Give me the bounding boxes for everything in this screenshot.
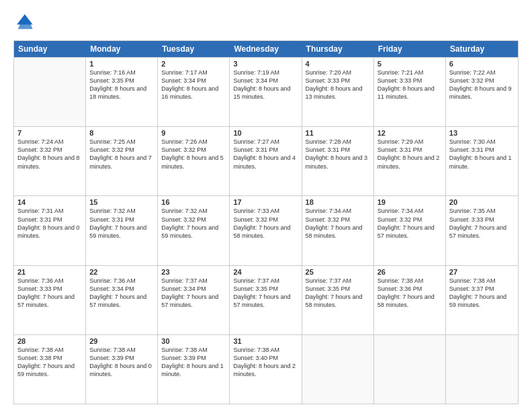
calendar-cell: 5Sunrise: 7:21 AM Sunset: 3:33 PM Daylig… bbox=[374, 58, 446, 126]
day-number: 19 bbox=[378, 198, 442, 206]
calendar: SundayMondayTuesdayWednesdayThursdayFrid… bbox=[13, 40, 519, 404]
calendar-cell bbox=[302, 335, 374, 404]
calendar-cell: 23Sunrise: 7:37 AM Sunset: 3:34 PM Dayli… bbox=[158, 266, 230, 334]
calendar-row-1: 7Sunrise: 7:24 AM Sunset: 3:32 PM Daylig… bbox=[14, 126, 518, 195]
day-info: Sunrise: 7:32 AM Sunset: 3:31 PM Dayligh… bbox=[89, 207, 154, 240]
day-number: 4 bbox=[306, 60, 370, 68]
calendar-cell: 18Sunrise: 7:34 AM Sunset: 3:32 PM Dayli… bbox=[302, 196, 374, 265]
day-number: 2 bbox=[161, 60, 226, 68]
day-number: 13 bbox=[449, 129, 515, 137]
day-number: 25 bbox=[306, 268, 370, 276]
day-number: 27 bbox=[449, 268, 515, 276]
calendar-cell: 3Sunrise: 7:19 AM Sunset: 3:34 PM Daylig… bbox=[230, 58, 302, 126]
day-number: 20 bbox=[449, 198, 515, 206]
day-info: Sunrise: 7:36 AM Sunset: 3:34 PM Dayligh… bbox=[89, 277, 154, 310]
header-day-monday: Monday bbox=[86, 41, 158, 57]
day-number: 10 bbox=[233, 129, 298, 137]
header bbox=[13, 12, 519, 34]
day-info: Sunrise: 7:38 AM Sunset: 3:37 PM Dayligh… bbox=[449, 277, 515, 310]
day-info: Sunrise: 7:29 AM Sunset: 3:31 PM Dayligh… bbox=[378, 138, 442, 171]
day-number: 16 bbox=[161, 198, 226, 206]
day-number: 15 bbox=[89, 198, 154, 206]
day-info: Sunrise: 7:33 AM Sunset: 3:32 PM Dayligh… bbox=[233, 207, 298, 240]
header-day-friday: Friday bbox=[374, 41, 446, 57]
day-info: Sunrise: 7:24 AM Sunset: 3:32 PM Dayligh… bbox=[17, 138, 82, 171]
day-info: Sunrise: 7:31 AM Sunset: 3:31 PM Dayligh… bbox=[17, 207, 82, 240]
day-number: 5 bbox=[378, 60, 442, 68]
calendar-cell: 8Sunrise: 7:25 AM Sunset: 3:32 PM Daylig… bbox=[86, 127, 158, 195]
calendar-row-4: 28Sunrise: 7:38 AM Sunset: 3:38 PM Dayli… bbox=[14, 334, 518, 404]
header-day-sunday: Sunday bbox=[14, 41, 86, 57]
day-number: 6 bbox=[449, 60, 515, 68]
calendar-body: 1Sunrise: 7:16 AM Sunset: 3:35 PM Daylig… bbox=[14, 57, 518, 404]
calendar-cell: 14Sunrise: 7:31 AM Sunset: 3:31 PM Dayli… bbox=[14, 196, 86, 265]
day-number: 22 bbox=[89, 268, 154, 276]
day-number: 14 bbox=[17, 198, 82, 206]
day-info: Sunrise: 7:34 AM Sunset: 3:32 PM Dayligh… bbox=[306, 207, 370, 240]
day-number: 17 bbox=[233, 198, 298, 206]
calendar-cell: 29Sunrise: 7:38 AM Sunset: 3:39 PM Dayli… bbox=[86, 335, 158, 404]
day-info: Sunrise: 7:27 AM Sunset: 3:31 PM Dayligh… bbox=[233, 138, 298, 171]
calendar-cell: 21Sunrise: 7:36 AM Sunset: 3:33 PM Dayli… bbox=[14, 266, 86, 334]
calendar-cell: 10Sunrise: 7:27 AM Sunset: 3:31 PM Dayli… bbox=[230, 127, 302, 195]
day-info: Sunrise: 7:34 AM Sunset: 3:32 PM Dayligh… bbox=[378, 207, 442, 240]
day-info: Sunrise: 7:37 AM Sunset: 3:35 PM Dayligh… bbox=[306, 277, 370, 310]
day-number: 12 bbox=[378, 129, 442, 137]
day-info: Sunrise: 7:21 AM Sunset: 3:33 PM Dayligh… bbox=[378, 68, 442, 101]
calendar-row-2: 14Sunrise: 7:31 AM Sunset: 3:31 PM Dayli… bbox=[14, 195, 518, 265]
day-number: 18 bbox=[306, 198, 370, 206]
day-info: Sunrise: 7:20 AM Sunset: 3:33 PM Dayligh… bbox=[306, 68, 370, 101]
calendar-cell: 16Sunrise: 7:32 AM Sunset: 3:32 PM Dayli… bbox=[158, 196, 230, 265]
day-info: Sunrise: 7:17 AM Sunset: 3:34 PM Dayligh… bbox=[161, 68, 226, 101]
day-number: 28 bbox=[17, 337, 82, 345]
logo-icon bbox=[13, 12, 35, 34]
day-number: 3 bbox=[233, 60, 298, 68]
header-day-thursday: Thursday bbox=[302, 41, 374, 57]
calendar-cell: 27Sunrise: 7:38 AM Sunset: 3:37 PM Dayli… bbox=[446, 266, 518, 334]
calendar-cell: 28Sunrise: 7:38 AM Sunset: 3:38 PM Dayli… bbox=[14, 335, 86, 404]
day-number: 11 bbox=[306, 129, 370, 137]
day-info: Sunrise: 7:38 AM Sunset: 3:39 PM Dayligh… bbox=[89, 346, 154, 379]
calendar-cell bbox=[446, 335, 518, 404]
day-info: Sunrise: 7:25 AM Sunset: 3:32 PM Dayligh… bbox=[89, 138, 154, 171]
day-number: 23 bbox=[161, 268, 226, 276]
day-info: Sunrise: 7:28 AM Sunset: 3:31 PM Dayligh… bbox=[306, 138, 370, 171]
calendar-header: SundayMondayTuesdayWednesdayThursdayFrid… bbox=[14, 41, 518, 57]
day-number: 31 bbox=[233, 337, 298, 345]
day-info: Sunrise: 7:38 AM Sunset: 3:40 PM Dayligh… bbox=[233, 346, 298, 379]
header-day-tuesday: Tuesday bbox=[158, 41, 230, 57]
header-day-wednesday: Wednesday bbox=[230, 41, 302, 57]
logo bbox=[13, 12, 38, 34]
calendar-cell: 26Sunrise: 7:38 AM Sunset: 3:36 PM Dayli… bbox=[374, 266, 446, 334]
calendar-cell: 19Sunrise: 7:34 AM Sunset: 3:32 PM Dayli… bbox=[374, 196, 446, 265]
calendar-cell: 24Sunrise: 7:37 AM Sunset: 3:35 PM Dayli… bbox=[230, 266, 302, 334]
calendar-cell: 12Sunrise: 7:29 AM Sunset: 3:31 PM Dayli… bbox=[374, 127, 446, 195]
header-day-saturday: Saturday bbox=[446, 41, 518, 57]
day-number: 7 bbox=[17, 129, 82, 137]
day-info: Sunrise: 7:35 AM Sunset: 3:33 PM Dayligh… bbox=[449, 207, 515, 240]
calendar-cell: 11Sunrise: 7:28 AM Sunset: 3:31 PM Dayli… bbox=[302, 127, 374, 195]
day-info: Sunrise: 7:38 AM Sunset: 3:39 PM Dayligh… bbox=[161, 346, 226, 379]
calendar-cell: 9Sunrise: 7:26 AM Sunset: 3:32 PM Daylig… bbox=[158, 127, 230, 195]
calendar-cell: 30Sunrise: 7:38 AM Sunset: 3:39 PM Dayli… bbox=[158, 335, 230, 404]
day-number: 29 bbox=[89, 337, 154, 345]
calendar-cell: 25Sunrise: 7:37 AM Sunset: 3:35 PM Dayli… bbox=[302, 266, 374, 334]
day-number: 21 bbox=[17, 268, 82, 276]
calendar-cell: 22Sunrise: 7:36 AM Sunset: 3:34 PM Dayli… bbox=[86, 266, 158, 334]
day-info: Sunrise: 7:37 AM Sunset: 3:35 PM Dayligh… bbox=[233, 277, 298, 310]
day-info: Sunrise: 7:37 AM Sunset: 3:34 PM Dayligh… bbox=[161, 277, 226, 310]
page: SundayMondayTuesdayWednesdayThursdayFrid… bbox=[0, 0, 532, 411]
day-info: Sunrise: 7:38 AM Sunset: 3:38 PM Dayligh… bbox=[17, 346, 82, 379]
day-info: Sunrise: 7:26 AM Sunset: 3:32 PM Dayligh… bbox=[161, 138, 226, 171]
calendar-cell: 31Sunrise: 7:38 AM Sunset: 3:40 PM Dayli… bbox=[230, 335, 302, 404]
day-number: 9 bbox=[161, 129, 226, 137]
calendar-cell: 7Sunrise: 7:24 AM Sunset: 3:32 PM Daylig… bbox=[14, 127, 86, 195]
day-info: Sunrise: 7:19 AM Sunset: 3:34 PM Dayligh… bbox=[233, 68, 298, 101]
calendar-cell: 17Sunrise: 7:33 AM Sunset: 3:32 PM Dayli… bbox=[230, 196, 302, 265]
calendar-cell bbox=[374, 335, 446, 404]
day-info: Sunrise: 7:30 AM Sunset: 3:31 PM Dayligh… bbox=[449, 138, 515, 171]
day-info: Sunrise: 7:16 AM Sunset: 3:35 PM Dayligh… bbox=[89, 68, 154, 101]
calendar-row-3: 21Sunrise: 7:36 AM Sunset: 3:33 PM Dayli… bbox=[14, 265, 518, 334]
day-info: Sunrise: 7:38 AM Sunset: 3:36 PM Dayligh… bbox=[378, 277, 442, 310]
day-number: 8 bbox=[89, 129, 154, 137]
